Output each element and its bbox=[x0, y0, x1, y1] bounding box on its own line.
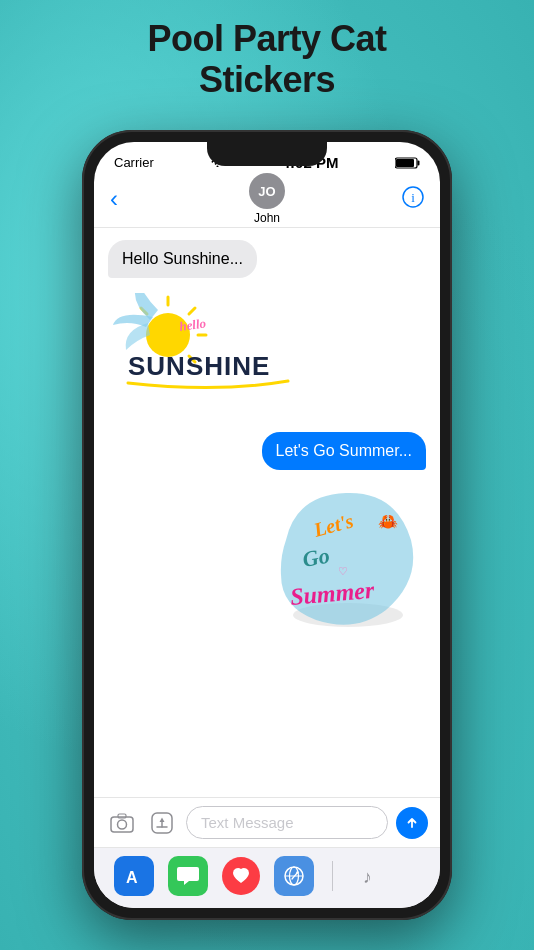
send-button[interactable] bbox=[396, 807, 428, 839]
phone-screen: Carrier 4:02 PM ‹ JO John bbox=[94, 142, 440, 908]
sticker-sunshine: hello SUNSHINE bbox=[108, 293, 308, 417]
dock-safari[interactable] bbox=[274, 856, 314, 896]
svg-line-7 bbox=[189, 308, 195, 314]
svg-text:i: i bbox=[411, 189, 415, 204]
message-input-wrap[interactable]: Text Message bbox=[186, 806, 388, 839]
svg-rect-21 bbox=[118, 814, 126, 818]
status-bar: Carrier 4:02 PM bbox=[94, 142, 440, 175]
notch bbox=[207, 142, 327, 166]
dock-heart-app[interactable] bbox=[222, 857, 260, 895]
info-button[interactable]: i bbox=[402, 186, 424, 213]
svg-text:🦀: 🦀 bbox=[378, 512, 398, 531]
svg-text:♡: ♡ bbox=[338, 565, 348, 577]
carrier-label: Carrier bbox=[114, 155, 154, 170]
svg-text:♪: ♪ bbox=[363, 867, 372, 887]
input-area: Text Message bbox=[94, 797, 440, 847]
svg-text:Go: Go bbox=[301, 543, 332, 572]
sticker-summer: Let's 🦀 Go ♡ Summer bbox=[266, 485, 426, 639]
svg-point-20 bbox=[118, 820, 127, 829]
phone-frame: Carrier 4:02 PM ‹ JO John bbox=[82, 130, 452, 920]
svg-rect-2 bbox=[417, 160, 419, 165]
page-title: Pool Party Cat Stickers bbox=[0, 18, 534, 101]
status-icons bbox=[395, 157, 420, 169]
svg-text:hello: hello bbox=[178, 315, 207, 334]
dock-music[interactable]: ♪ bbox=[351, 856, 391, 896]
bottom-dock: A bbox=[94, 847, 440, 908]
dock-divider bbox=[332, 861, 333, 891]
back-button[interactable]: ‹ bbox=[110, 181, 126, 217]
camera-button[interactable] bbox=[106, 807, 138, 839]
dock-app-store[interactable]: A bbox=[114, 856, 154, 896]
svg-text:SUNSHINE: SUNSHINE bbox=[128, 351, 270, 381]
dock-messages[interactable] bbox=[168, 856, 208, 896]
nav-center: JO John bbox=[249, 173, 285, 225]
contact-name: John bbox=[254, 211, 280, 225]
app-store-button[interactable] bbox=[146, 807, 178, 839]
received-bubble-1: Hello Sunshine... bbox=[108, 240, 257, 278]
svg-text:A: A bbox=[126, 869, 138, 886]
messages-area: Hello Sunshine... bbox=[94, 228, 440, 797]
avatar: JO bbox=[249, 173, 285, 209]
svg-rect-1 bbox=[396, 159, 414, 167]
nav-bar: ‹ JO John i bbox=[94, 175, 440, 228]
sent-bubble-1: Let's Go Summer... bbox=[262, 432, 426, 470]
message-input-placeholder: Text Message bbox=[201, 814, 294, 831]
